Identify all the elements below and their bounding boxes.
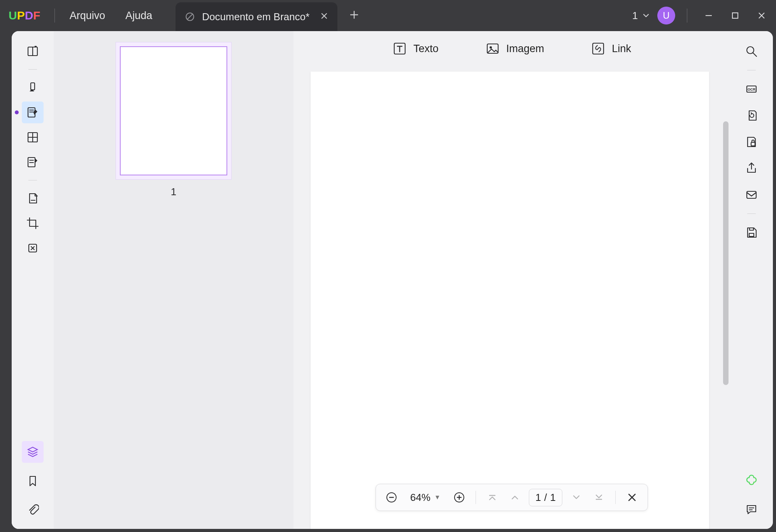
svg-line-29	[753, 53, 757, 56]
zoom-in-button[interactable]	[451, 489, 468, 506]
zoom-out-icon	[386, 492, 397, 503]
svg-rect-6	[35, 46, 37, 47]
window-maximize-button[interactable]	[725, 6, 745, 25]
forms-tool[interactable]	[22, 151, 44, 173]
insert-image-button[interactable]: Imagem	[485, 41, 544, 56]
convert-button[interactable]	[741, 105, 762, 126]
crop-tool[interactable]	[22, 212, 44, 234]
chevron-down-icon	[642, 11, 650, 20]
logo-letter: U	[9, 9, 17, 22]
svg-rect-35	[750, 228, 753, 230]
title-bar: UPDF Arquivo Ajuda Documento em Branco* …	[0, 0, 776, 31]
first-page-button[interactable]	[484, 489, 501, 506]
chevron-down-icon	[571, 492, 582, 503]
save-button[interactable]	[741, 222, 762, 243]
logo-letter: D	[25, 9, 33, 22]
ocr-button[interactable]: OCR	[741, 78, 762, 100]
tab-count-dropdown[interactable]: 1	[632, 10, 650, 22]
thumbnail-page-preview	[120, 46, 227, 175]
tab-close-button[interactable]	[320, 11, 328, 22]
right-toolbar: OCR	[730, 31, 773, 529]
dropdown-caret-icon: ▼	[434, 494, 441, 501]
page-separator: /	[544, 492, 547, 504]
compress-icon	[26, 241, 40, 255]
thumbnails-panel: 1	[54, 31, 293, 529]
layers-icon	[26, 445, 39, 458]
reader-tool[interactable]	[22, 40, 44, 62]
close-bar-button[interactable]	[623, 489, 641, 506]
insert-link-button[interactable]: Link	[591, 41, 631, 56]
page-cut-icon	[26, 191, 40, 205]
svg-rect-33	[747, 191, 756, 198]
close-icon	[627, 492, 637, 502]
separator	[615, 491, 616, 504]
avatar-initial: U	[663, 10, 669, 21]
tab-title: Documento em Branco*	[202, 11, 309, 23]
search-button[interactable]	[741, 40, 762, 62]
prev-page-button[interactable]	[506, 489, 523, 506]
page-indicator[interactable]: 1 / 1	[529, 489, 562, 506]
minimize-icon	[704, 11, 713, 20]
menu-help[interactable]: Ajuda	[115, 6, 162, 26]
zoom-value: 64%	[410, 492, 430, 504]
protect-button[interactable]	[741, 131, 762, 153]
window-minimize-button[interactable]	[699, 6, 718, 25]
chat-icon	[745, 503, 758, 516]
logo-letter: F	[33, 9, 40, 22]
image-icon	[485, 41, 500, 56]
menu-file[interactable]: Arquivo	[60, 6, 116, 26]
maximize-icon	[731, 11, 739, 20]
zoom-page-bar: 64% ▼ 1 / 1	[376, 484, 648, 511]
text-icon	[392, 41, 407, 56]
next-page-button[interactable]	[568, 489, 585, 506]
zoom-level-dropdown[interactable]: 64% ▼	[406, 492, 445, 504]
vertical-scrollbar[interactable]	[723, 121, 729, 385]
insert-text-label: Texto	[413, 43, 439, 55]
left-toolbar-bottom	[22, 441, 44, 520]
insert-text-button[interactable]: Texto	[392, 41, 439, 56]
attachments-toggle[interactable]	[22, 499, 44, 520]
separator	[687, 9, 687, 23]
comments-panel-button[interactable]	[741, 499, 762, 520]
bookmarks-toggle[interactable]	[22, 470, 44, 492]
window-close-button[interactable]	[752, 6, 771, 25]
separator	[476, 491, 476, 504]
bookmark-icon	[26, 474, 39, 487]
separator	[747, 70, 756, 70]
logo-letter: P	[17, 9, 25, 22]
insert-image-label: Imagem	[506, 43, 544, 55]
crop-icon	[26, 216, 40, 230]
edit-page-icon	[26, 105, 40, 119]
close-icon	[320, 12, 328, 20]
app-logo: UPDF	[9, 9, 40, 22]
close-icon	[757, 11, 766, 20]
left-toolbar	[12, 31, 54, 529]
last-page-button[interactable]	[590, 489, 607, 506]
document-tab[interactable]: Documento em Branco*	[176, 2, 337, 31]
separator	[54, 9, 55, 23]
zoom-in-icon	[453, 492, 465, 503]
organize-pages-tool[interactable]	[22, 126, 44, 148]
page-thumbnail[interactable]	[116, 42, 232, 180]
redact-tool[interactable]	[22, 187, 44, 209]
svg-rect-32	[751, 142, 755, 146]
convert-icon	[744, 108, 758, 122]
total-pages: 1	[550, 492, 556, 504]
titlebar-right: 1 U	[632, 6, 771, 25]
user-avatar[interactable]: U	[657, 7, 675, 24]
comment-tool[interactable]	[22, 77, 44, 98]
separator	[28, 69, 37, 70]
canvas-area: Texto Imagem Link 64% ▼	[293, 31, 730, 529]
thumbnails-toggle[interactable]	[22, 441, 44, 463]
form-page-icon	[26, 155, 40, 169]
share-button[interactable]	[741, 158, 762, 179]
first-page-icon	[487, 492, 498, 503]
new-tab-button[interactable]	[349, 9, 359, 23]
save-icon	[744, 226, 758, 240]
document-page[interactable]	[311, 72, 709, 529]
edit-tool[interactable]	[22, 102, 44, 123]
ai-assistant-button[interactable]	[741, 469, 762, 491]
email-button[interactable]	[741, 184, 762, 206]
compress-tool[interactable]	[22, 237, 44, 259]
zoom-out-button[interactable]	[383, 489, 400, 506]
